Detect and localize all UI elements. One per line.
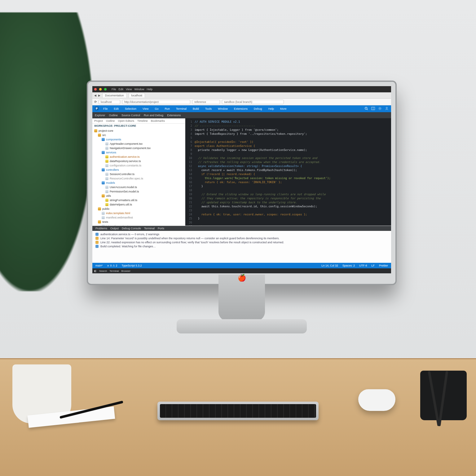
editor-line[interactable]: 10 // Validates the incoming session aga… xyxy=(185,156,391,160)
menu-item[interactable]: Go xyxy=(153,107,160,111)
explorer-tree[interactable]: project-coresrccomponentsAppHeader.compo… xyxy=(92,128,185,226)
subtoolbar-item[interactable]: Outline xyxy=(109,114,118,117)
tree-node[interactable]: authentication.service.ts xyxy=(92,155,185,159)
tree-node[interactable]: PermissionSet.model.ts xyxy=(92,189,185,194)
tree-node[interactable]: manifest.webmanifest xyxy=(92,215,185,220)
subtoolbar-item[interactable]: Extensions xyxy=(167,114,181,117)
status-item[interactable]: LF xyxy=(371,264,375,267)
tree-node[interactable]: NavigationDrawer.component.tsx xyxy=(92,146,185,150)
address-field[interactable]: localhost xyxy=(99,100,120,104)
menu-item[interactable]: More xyxy=(279,107,288,111)
tree-node[interactable]: controllers xyxy=(92,168,185,172)
reload-icon[interactable]: ⟳ xyxy=(94,100,97,104)
subtoolbar-item[interactable]: Source Control xyxy=(121,114,140,117)
browser-tab[interactable]: Documentation xyxy=(102,93,127,98)
status-item[interactable]: Ln 14, Col 32 xyxy=(321,264,338,267)
tree-node[interactable]: project-core xyxy=(92,129,185,133)
tree-node[interactable]: configuration.constants.ts xyxy=(92,163,185,168)
bottom-tab[interactable]: Problems xyxy=(95,227,107,230)
problem-row[interactable]: Line 14: Parameter 'record' is possibly … xyxy=(95,236,388,240)
explorer-tab[interactable]: Open Editors xyxy=(118,119,134,122)
menu-item[interactable]: Help xyxy=(267,107,276,111)
menu-item[interactable]: Debug xyxy=(252,107,264,111)
os-menu-item[interactable]: Edit xyxy=(119,88,124,91)
status-item[interactable]: ⨯ 0 ⚠ 2 xyxy=(107,264,117,267)
tree-node[interactable]: components xyxy=(92,137,185,142)
window-close-icon[interactable] xyxy=(94,88,97,90)
subtoolbar-item[interactable]: Run and Debug xyxy=(144,114,163,117)
editor-line[interactable]: 13 const record = await this.tokens.find… xyxy=(185,168,391,172)
editor-line[interactable]: 21 // updated expiry timestamp back to t… xyxy=(185,200,391,204)
editor-line[interactable]: 9 xyxy=(185,152,391,156)
browser-tab[interactable]: localhost xyxy=(129,93,145,98)
menu-item[interactable]: Extensions xyxy=(232,107,249,111)
editor-line[interactable]: 26 xyxy=(185,220,391,224)
menu-item[interactable]: Tools xyxy=(204,107,213,111)
tree-node[interactable]: src xyxy=(92,133,185,137)
search-icon[interactable] xyxy=(364,107,368,111)
editor-line[interactable]: 12 async validateSession(token: string):… xyxy=(185,164,391,168)
bottom-tab[interactable]: Terminal xyxy=(144,227,155,230)
editor-line[interactable]: 20 // they remain active; the repository… xyxy=(185,196,391,200)
explorer-tab[interactable]: Project xyxy=(94,119,103,122)
editor-line[interactable]: 6@Injectable({ providedIn: 'root' }) xyxy=(185,140,391,144)
tree-node[interactable]: tests xyxy=(92,220,185,224)
menu-item[interactable]: Terminal xyxy=(174,107,188,111)
code-editor[interactable]: 1// AUTH SERVICE MODULE v2.12// --------… xyxy=(185,118,391,226)
window-minimize-icon[interactable] xyxy=(99,88,102,90)
problem-row[interactable]: Line 22: Awaited expression has no effec… xyxy=(95,240,388,244)
bottom-tab[interactable]: Output xyxy=(110,227,119,230)
editor-line[interactable]: 23 xyxy=(185,208,391,212)
tree-node[interactable]: ResourceController.spec.ts xyxy=(92,176,185,181)
status-item[interactable]: Prettier xyxy=(379,264,388,267)
tree-node[interactable]: AppHeader.component.tsx xyxy=(92,142,185,146)
problems-output[interactable]: authentication.service.ts — 0 errors, 2 … xyxy=(92,231,391,263)
tree-node[interactable]: dataRepository.service.ts xyxy=(92,159,185,163)
tree-node[interactable]: SessionController.ts xyxy=(92,172,185,176)
editor-line[interactable]: 5 xyxy=(185,136,391,140)
settings-icon[interactable] xyxy=(378,107,382,111)
editor-line[interactable]: 25 } xyxy=(185,216,391,220)
window-zoom-icon[interactable] xyxy=(104,88,107,90)
os-menu-item[interactable]: File xyxy=(112,88,116,91)
explorer-tab[interactable]: Bookmarks xyxy=(151,119,165,122)
menu-item[interactable]: Run xyxy=(163,107,171,111)
status-item[interactable]: TypeScript 5.3.2 xyxy=(122,264,142,267)
tree-node[interactable]: dateHelpers.util.ts xyxy=(92,202,185,207)
status-item[interactable]: Spaces: 2 xyxy=(342,264,355,267)
bottom-tab[interactable]: Ports xyxy=(158,227,164,230)
editor-line[interactable]: 17 } xyxy=(185,184,391,188)
address-field[interactable]: sandbox (local branch) xyxy=(222,100,284,104)
editor-line[interactable]: 16 return { ok: false, reason: 'INVALID_… xyxy=(185,180,391,184)
editor-line[interactable]: 7export class AuthenticationService { xyxy=(185,144,391,148)
menu-item[interactable]: View xyxy=(141,107,150,111)
account-icon[interactable] xyxy=(385,107,389,111)
tree-node[interactable]: models xyxy=(92,181,185,185)
taskbar-item[interactable]: Browser xyxy=(121,270,130,272)
explorer-tab[interactable]: Timeline xyxy=(137,119,148,122)
explorer-tab[interactable]: Outline xyxy=(106,119,115,122)
os-menu-item[interactable]: Help xyxy=(147,88,152,91)
menu-item[interactable]: Edit xyxy=(112,107,121,111)
editor-line[interactable]: 14 if (!record || record.revoked) { xyxy=(185,172,391,176)
tab-nav-back-icon[interactable]: ◀ xyxy=(94,94,96,97)
tree-node[interactable]: index.template.html xyxy=(92,211,185,215)
bottom-tab[interactable]: Debug Console xyxy=(122,227,141,230)
editor-line[interactable]: 3import { Injectable, Logger } from '@co… xyxy=(185,128,391,132)
subtoolbar-item[interactable]: Explorer xyxy=(95,114,105,117)
editor-line[interactable]: 18 xyxy=(185,188,391,192)
address-field[interactable]: http://documentation/project xyxy=(122,100,190,104)
taskbar-item[interactable]: ◧ xyxy=(94,270,97,272)
address-field[interactable]: reference xyxy=(192,100,220,104)
editor-line[interactable]: 22 await this.tokens.touch(record.id, th… xyxy=(185,204,391,208)
menu-item[interactable]: Build xyxy=(191,107,201,111)
editor-line[interactable]: 1// AUTH SERVICE MODULE v2.1 xyxy=(185,120,391,124)
editor-line[interactable]: 15 this.logger.warn('Rejected session: t… xyxy=(185,176,391,180)
split-editor-icon[interactable] xyxy=(371,107,375,111)
editor-line[interactable]: 19 // Extend the sliding window so long-… xyxy=(185,192,391,196)
tree-node[interactable]: stringFormatters.util.ts xyxy=(92,198,185,202)
os-menu-item[interactable]: View xyxy=(126,88,132,91)
tree-node[interactable]: UserAccount.model.ts xyxy=(92,185,185,189)
status-item[interactable]: UTF-8 xyxy=(359,264,367,267)
menu-item[interactable]: Selection xyxy=(123,107,138,111)
